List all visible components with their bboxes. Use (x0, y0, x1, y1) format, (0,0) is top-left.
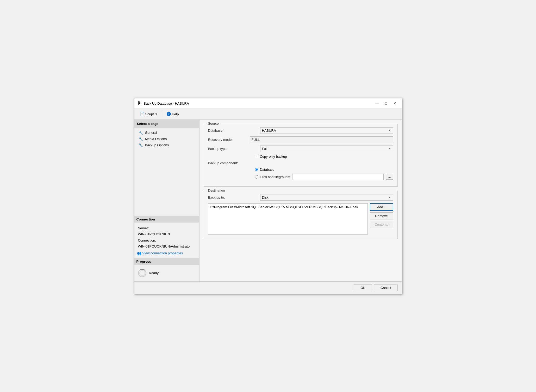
source-section: Source Database: HASURA Recovery model: … (204, 124, 398, 187)
title-bar-controls: — □ ✕ (373, 100, 399, 106)
content-area: Source Database: HASURA Recovery model: … (200, 120, 402, 281)
backup-type-select[interactable]: Full Differential Transaction Log (260, 146, 393, 152)
connection-label: Connection: (138, 237, 196, 243)
wrench-icon-general: 🔧 (139, 131, 143, 135)
radio-database[interactable] (255, 168, 258, 171)
radio-files[interactable] (255, 175, 258, 179)
backup-type-row: Backup type: Full Differential Transacti… (208, 146, 393, 152)
backup-to-label: Back up to: (208, 195, 260, 199)
recovery-model-value (250, 136, 393, 143)
cancel-button[interactable]: Cancel (374, 284, 397, 291)
sidebar-item-media-options-label: Media Options (145, 137, 167, 141)
sidebar-item-backup-options-label: Backup Options (145, 143, 169, 147)
connection-title: Connection (134, 216, 199, 223)
destination-area: C:\Program Files\Microsoft SQL Server\MS… (208, 203, 393, 235)
help-icon: ? (167, 112, 171, 116)
backup-component-row: Backup component: (208, 161, 393, 165)
progress-spinner (138, 269, 146, 277)
progress-status: Ready (149, 271, 159, 275)
script-label: Script (145, 112, 154, 116)
database-select[interactable]: HASURA (260, 127, 393, 134)
radio-files-with-input: Files and filegroups: ... (260, 174, 393, 180)
ok-button[interactable]: OK (354, 284, 372, 291)
backup-database-window: 🗄 Back Up Database - HASURA — □ ✕ 📄 Scri… (134, 98, 402, 294)
backup-type-select-wrapper: Full Differential Transaction Log (260, 146, 393, 152)
connection-value: WIN-01PQUOKNIUN\Administrato (138, 243, 196, 249)
script-icon: 📄 (140, 112, 144, 116)
radio-files-row: Files and filegroups: ... (255, 174, 393, 180)
backup-type-label: Backup type: (208, 147, 260, 151)
maximize-button[interactable]: □ (382, 100, 390, 106)
connection-properties-icon: 👥 (137, 251, 141, 255)
sidebar-section-header: Select a page (134, 120, 199, 128)
destination-buttons: Add... Remove Contents (370, 203, 393, 235)
close-button[interactable]: ✕ (391, 100, 399, 106)
sidebar-nav: 🔧 General 🔧 Media Options 🔧 Backup Optio… (134, 128, 199, 150)
backup-to-row: Back up to: Disk URL (208, 194, 393, 201)
wrench-icon-media: 🔧 (139, 137, 143, 141)
window-icon: 🗄 (138, 101, 142, 106)
backup-component-radio-group: Database Files and filegroups: ... (255, 168, 393, 180)
backup-component-label: Backup component: (208, 161, 260, 165)
connection-section: Connection Server: WIN-01PQUOKNIUN Conne… (134, 216, 199, 258)
source-section-label: Source (207, 122, 220, 125)
wrench-icon-backup: 🔧 (139, 143, 143, 147)
minimize-button[interactable]: — (373, 100, 381, 106)
destination-section-label: Destination (207, 188, 226, 192)
copy-only-checkbox[interactable] (255, 155, 258, 158)
progress-section: Progress Ready (134, 258, 199, 281)
recovery-model-label: Recovery model: (208, 138, 250, 142)
files-filegroups-input[interactable] (292, 174, 384, 180)
backup-to-select-wrapper: Disk URL (260, 194, 393, 201)
toolbar-separator (162, 111, 162, 117)
sidebar-item-general-label: General (145, 131, 157, 135)
progress-title: Progress (134, 258, 199, 265)
copy-only-row: Copy-only backup (255, 155, 393, 159)
title-bar-left: 🗄 Back Up Database - HASURA (138, 101, 189, 106)
progress-content: Ready (137, 267, 197, 279)
backup-to-select[interactable]: Disk URL (260, 194, 393, 201)
sidebar-divider (134, 150, 199, 216)
title-bar: 🗄 Back Up Database - HASURA — □ ✕ (134, 98, 402, 109)
script-dropdown-icon: ▼ (155, 113, 158, 116)
sidebar: Select a page 🔧 General 🔧 Media Options … (134, 120, 200, 281)
remove-button[interactable]: Remove (370, 212, 393, 219)
toolbar: 📄 Script ▼ ? Help (134, 109, 402, 120)
sidebar-item-general[interactable]: 🔧 General (134, 130, 199, 136)
view-connection-properties-link[interactable]: 👥 View connection properties (137, 251, 197, 255)
radio-database-label: Database (260, 168, 275, 172)
file-path-item: C:\Program Files\Microsoft SQL Server\MS… (210, 205, 366, 209)
browse-files-button[interactable]: ... (386, 174, 393, 180)
sidebar-item-backup-options[interactable]: 🔧 Backup Options (134, 142, 199, 148)
main-content: Select a page 🔧 General 🔧 Media Options … (134, 120, 402, 281)
help-button[interactable]: ? Help (164, 111, 181, 117)
server-label: Server: (138, 225, 196, 231)
copy-only-label: Copy-only backup (260, 155, 287, 159)
footer: OK Cancel (134, 281, 402, 294)
database-select-wrapper: HASURA (260, 127, 393, 134)
recovery-model-row: Recovery model: (208, 136, 393, 143)
database-label: Database: (208, 129, 260, 132)
destination-section: Destination Back up to: Disk URL C:\Prog… (204, 191, 398, 239)
database-row: Database: HASURA (208, 127, 393, 134)
help-label: Help (172, 112, 179, 116)
destination-file-list: C:\Program Files\Microsoft SQL Server\MS… (208, 203, 368, 235)
view-connection-properties-label: View connection properties (142, 251, 183, 255)
sidebar-item-media-options[interactable]: 🔧 Media Options (134, 136, 199, 142)
connection-info: Server: WIN-01PQUOKNIUN Connection: WIN-… (137, 225, 197, 250)
radio-files-label: Files and filegroups: (260, 175, 290, 179)
window-title: Back Up Database - HASURA (144, 102, 189, 105)
server-value: WIN-01PQUOKNIUN (138, 231, 196, 237)
script-button[interactable]: 📄 Script ▼ (138, 111, 160, 117)
contents-button[interactable]: Contents (370, 221, 393, 228)
radio-database-row: Database (255, 168, 393, 172)
add-button[interactable]: Add... (370, 203, 393, 211)
